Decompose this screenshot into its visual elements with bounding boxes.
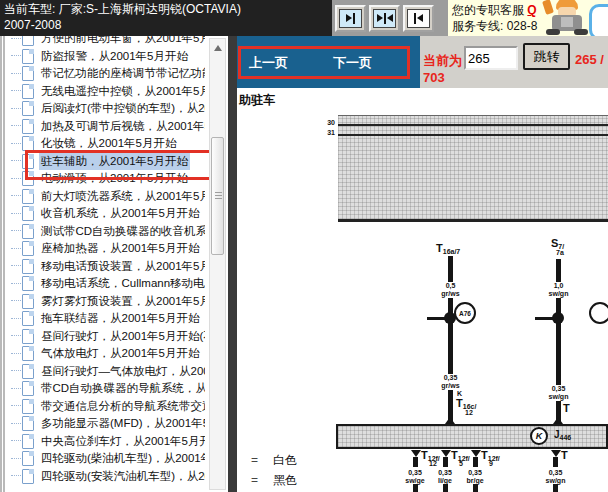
sidebar-item-label: 方便的前电动车窗，从2001年5月	[39, 36, 205, 47]
current-vehicle-title: 当前车型: 厂家:S-上海斯柯达明锐(OCTAVIA) 2007-2008	[4, 1, 241, 33]
collapse-right-icon	[407, 9, 430, 28]
k-marker-left: K	[457, 390, 462, 397]
qq-service-link[interactable]: Q	[527, 3, 536, 17]
sidebar-item[interactable]: 昼间行驶灯—气体放电灯，从200	[5, 363, 205, 381]
document-icon	[22, 311, 34, 326]
stub-3-lower	[473, 484, 478, 492]
sidebar-item[interactable]: 带记忆功能的座椅调节带记忆功能	[5, 65, 205, 83]
wire-right-gauge2: 0,35sw/gn	[536, 385, 581, 401]
sidebar-item-label: 四轮驱动(安装汽油机车型)，从20	[39, 468, 205, 485]
page-indicator-total: 703	[423, 70, 445, 85]
sidebar-item[interactable]: 驻车辅助，从2001年5月开始	[5, 153, 205, 171]
sidebar-item-label: 带交通信息分析的导航系统带交通	[39, 398, 205, 415]
sidebar-item[interactable]: 多功能显示器(MFD)，从2001年5	[5, 415, 205, 433]
panel-divider	[228, 36, 237, 492]
sidebar-item-label: 带记忆功能的座椅调节带记忆功能	[39, 65, 205, 82]
tree-connector	[11, 335, 21, 337]
sidebar-item-label: 后阅读灯(带中控锁的车型)，从20	[39, 100, 205, 117]
scrollbar-thumb[interactable]	[211, 137, 224, 255]
document-icon	[22, 241, 34, 256]
sidebar-item[interactable]: 测试带CD自动换碟器的收音机系	[5, 223, 205, 241]
sidebar-item[interactable]: 方便的前电动车窗，从2001年5月	[5, 36, 205, 48]
current-page-label: 当前为	[423, 52, 462, 70]
sidebar-item-label: 移动电话预设装置，从2001年5月	[39, 258, 205, 275]
sidebar-item[interactable]: 气体放电灯，从2001年5月开始	[5, 345, 205, 363]
prev-page-link[interactable]: 上一页	[249, 54, 288, 72]
tree-connector	[11, 475, 21, 477]
document-icon	[22, 189, 34, 204]
jump-button[interactable]: 跳转	[523, 43, 570, 70]
connector-T16a7-label: T16a/7	[436, 243, 460, 257]
sidebar-item[interactable]: 雾灯雾灯预设装置，从2001年5月	[5, 293, 205, 311]
corner-decoration	[589, 4, 608, 36]
sidebar-item[interactable]: 电动滑顶，从2001年5月开始	[5, 170, 205, 188]
stub-right	[553, 457, 558, 467]
document-icon	[22, 101, 34, 116]
sidebar-item-label: 化妆镜，从2001年5月开始	[39, 135, 178, 152]
document-icon	[22, 66, 34, 81]
sidebar-item[interactable]: 带CD自动换碟器的导航系统，从2	[5, 380, 205, 398]
tree-connector	[11, 388, 21, 390]
sidebar-item[interactable]: 拖车联结器，从2001年5月开始	[5, 310, 205, 328]
tree-connector	[11, 73, 21, 75]
tree-connector	[11, 90, 21, 92]
document-icon	[22, 399, 34, 414]
connector-T12f-5-pin: 5	[459, 460, 463, 467]
sidebar-item[interactable]: 移动电话预设装置，从2001年5月	[5, 258, 205, 276]
sidebar-item[interactable]: 后阅读灯(带中控锁的车型)，从20	[5, 100, 205, 118]
collapse-right-panel-button[interactable]	[403, 5, 434, 32]
document-icon	[22, 416, 34, 431]
tree-connector	[11, 440, 21, 442]
bus-label-31: 31	[321, 129, 335, 136]
connector-S7-pin: 7a	[556, 249, 564, 256]
sidebar-item-label: 座椅加热器，从2001年5月开始	[39, 240, 201, 257]
sidebar-item[interactable]: 中央高位刹车灯，从2001年5月开	[5, 433, 205, 451]
tree-connector	[11, 318, 21, 320]
split-panels-icon	[373, 9, 396, 28]
sidebar-item[interactable]: 防盗报警，从2001年5月开始	[5, 48, 205, 66]
document-icon	[22, 171, 34, 186]
scroll-up-arrow-icon[interactable]	[211, 41, 224, 54]
tree-connector	[11, 143, 21, 145]
title-bar: 当前车型: 厂家:S-上海斯柯达明锐(OCTAVIA) 2007-2008 您的…	[0, 0, 608, 36]
bus-line-31	[338, 134, 608, 136]
document-icon	[22, 259, 34, 274]
stub-3	[473, 457, 478, 467]
diagram-title: 助驻车	[239, 92, 275, 109]
wiring-diagram-page: 助驻车 30 31 T16a/7 0,5gr/ws A76 0,35gr/ws …	[237, 88, 608, 492]
sidebar-item[interactable]: 座椅加热器，从2001年5月开始	[5, 240, 205, 258]
app-window: 当前车型: 厂家:S-上海斯柯达明锐(OCTAVIA) 2007-2008 您的…	[0, 0, 608, 492]
split-panels-button[interactable]	[369, 5, 400, 32]
sidebar-item[interactable]: 化妆镜，从2001年5月开始	[5, 135, 205, 153]
sidebar-item-label: 昼间行驶灯，从2001年5月开始(不	[39, 328, 205, 345]
stub-3-gauge: 0,35br/ge	[460, 469, 490, 485]
document-icon	[22, 329, 34, 344]
sidebar-item[interactable]: 收音机系统，从2001年5月开始	[5, 205, 205, 223]
sidebar-item[interactable]: 昼间行驶灯，从2001年5月开始(不	[5, 328, 205, 346]
sidebar-item[interactable]: 加热及可调节后视镜，从2001年5	[5, 118, 205, 136]
sidebar-tree: 方便的前电动车窗，从2001年5月 防盗报警，从2001年5月开始 带记忆功能的…	[5, 36, 205, 485]
tree-connector	[11, 178, 21, 180]
page-number-input[interactable]	[464, 46, 518, 70]
legend-white: =白色	[251, 452, 297, 469]
sidebar-item[interactable]: 前大灯喷洗器系统，从2001年5月	[5, 188, 205, 206]
service-text: 您的专职客服 Q 服务专线: 028-8	[452, 2, 537, 34]
sidebar-scrollbar[interactable]	[209, 38, 226, 490]
sidebar-item[interactable]: 四轮驱动(柴油机车型)，从2001年	[5, 450, 205, 468]
sidebar-item[interactable]: 带交通信息分析的导航系统带交通	[5, 398, 205, 416]
tree-connector	[11, 370, 21, 372]
stub-right-gauge: 0,35sw/gn	[538, 469, 573, 485]
service-info-area: 您的专职客服 Q 服务专线: 028-8	[448, 0, 608, 36]
sidebar-item-label: 气体放电灯，从2001年5月开始	[39, 345, 201, 362]
document-icon	[22, 119, 34, 134]
connector-T12f-9-pin: 9	[489, 460, 493, 467]
next-page-link[interactable]: 下一页	[333, 54, 372, 72]
collapse-left-panel-button[interactable]	[335, 5, 366, 32]
sidebar-item[interactable]: 移动电话系统，Cullmann移动电	[5, 275, 205, 293]
sidebar-item[interactable]: 四轮驱动(安装汽油机车型)，从20	[5, 468, 205, 486]
tree-connector	[11, 423, 21, 425]
sidebar-item[interactable]: 无线电遥控中控锁，从2001年5月	[5, 83, 205, 101]
document-icon	[22, 381, 34, 396]
document-icon	[22, 136, 34, 151]
sidebar-item-label: 防盗报警，从2001年5月开始	[39, 48, 190, 65]
